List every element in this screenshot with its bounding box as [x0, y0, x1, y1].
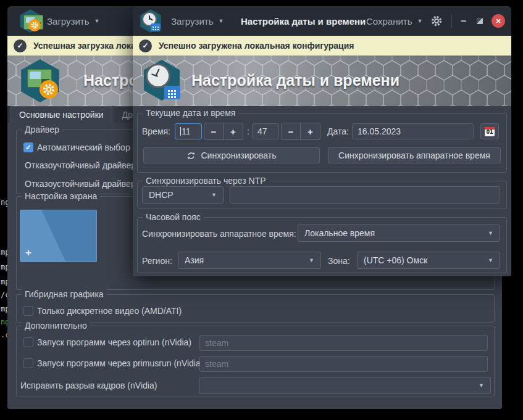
calendar-badge-icon — [164, 86, 180, 99]
minutes-decrement-button[interactable]: − — [281, 123, 301, 140]
hybrid-group-title: Гибридная графика — [22, 289, 107, 299]
minimize-button[interactable]: – — [461, 15, 466, 27]
sync-button-label: Синхронизировать — [201, 150, 276, 160]
region-dropdown[interactable]: Азия ▼ — [178, 252, 321, 269]
titlebar: Загрузить ▼ Настройка даты и времени Сох… — [133, 6, 511, 36]
zone-dropdown[interactable]: (UTC +06) Омск ▼ — [357, 252, 500, 269]
window-header: Настройка даты и времени — [133, 56, 511, 106]
sync-icon — [186, 151, 196, 160]
notification-text: Успешная загрузка лока — [33, 41, 136, 51]
success-icon: ✓ — [139, 39, 152, 52]
gear-badge-icon — [40, 80, 58, 99]
current-group-title: Текущие дата и время — [143, 108, 238, 118]
datetime-settings-window: Загрузить ▼ Настройка даты и времени Сох… — [133, 6, 511, 276]
tearing-fix-label: Исправить разрыв кадров (nVidia) — [20, 377, 157, 393]
screen-group-title: Настройка экрана — [22, 191, 100, 201]
auto-driver-label: Автоматический выбор и — [37, 142, 137, 153]
primusrun-placeholder: steam — [205, 359, 228, 369]
current-datetime-group: Текущие дата и время — [137, 113, 507, 173]
close-button[interactable]: ✕ — [492, 14, 505, 28]
zone-label: Зона: — [328, 252, 350, 268]
save-menu-label: Сохранить — [366, 16, 412, 27]
ntp-source-dropdown[interactable]: DHCP ▼ — [142, 186, 224, 204]
chevron-down-icon: ▼ — [479, 383, 484, 389]
hours-input[interactable]: 11 — [175, 123, 202, 139]
monitor-preview[interactable]: + — [20, 210, 97, 262]
notification-bar: ✓ Успешно загружена локальная конфигурац… — [133, 36, 511, 56]
load-menu-label: Загрузить — [47, 16, 90, 27]
tab-main-settings[interactable]: Основные настройки — [10, 106, 112, 123]
gear-icon — [430, 15, 443, 27]
load-menu-label: Загрузить — [171, 16, 214, 27]
hw-clock-mode-value: Локальное время — [304, 228, 375, 238]
driver-header-icon — [19, 59, 62, 102]
extra-group-title: Дополнительно — [22, 321, 90, 331]
fallback-driver-text: Отказоучтойчивый драйвер — [25, 160, 136, 171]
primusrun-checkbox[interactable] — [23, 358, 33, 368]
window-title: Настройка даты и времени — [241, 16, 366, 27]
optirun-command-input[interactable]: steam — [199, 335, 488, 351]
time-label: Время: — [142, 123, 170, 139]
hours-decrement-button[interactable]: − — [204, 123, 224, 140]
calendar-picker-button[interactable]: 01 — [480, 123, 499, 139]
success-icon: ✓ — [14, 39, 27, 52]
time-colon: : — [247, 123, 249, 139]
datetime-app-icon — [139, 9, 162, 33]
load-menu[interactable]: Загрузить ▼ — [171, 16, 224, 27]
optirun-placeholder: steam — [205, 338, 228, 348]
primusrun-command-input[interactable]: steam — [199, 356, 488, 372]
ntp-group-title: Синхронизировать через NTP — [143, 176, 269, 186]
optirun-checkbox[interactable] — [23, 337, 33, 347]
minutes-increment-button[interactable]: + — [301, 123, 320, 140]
chevron-down-icon: ▼ — [94, 19, 100, 24]
optirun-label: Запуск программ через optirun (nVidia) — [37, 337, 191, 348]
chevron-down-icon: ▼ — [309, 258, 314, 263]
notification-text: Успешно загружена локальная конфигурация — [159, 41, 354, 51]
load-menu[interactable]: Загрузить ▼ — [47, 16, 99, 27]
settings-gear-button[interactable] — [430, 15, 443, 27]
sync-hw-button-label: Синхронизировать аппаратное время — [338, 150, 490, 160]
calendar-icon: 01 — [485, 127, 495, 136]
discrete-video-checkbox[interactable] — [23, 306, 33, 316]
tearing-fix-dropdown[interactable]: ▼ — [199, 377, 491, 394]
ntp-server-input[interactable] — [230, 186, 500, 204]
hw-clock-mode-dropdown[interactable]: Локальное время ▼ — [298, 224, 500, 242]
save-menu[interactable]: Сохранить ▼ — [366, 16, 422, 27]
date-input[interactable]: 16.05.2023 — [352, 123, 474, 139]
datetime-settings-content: Текущие дата и время Время: 11 − + : 47 … — [133, 106, 511, 276]
hours-increment-button[interactable]: + — [224, 123, 243, 140]
region-value: Азия — [185, 255, 204, 265]
minutes-input[interactable]: 47 — [252, 123, 279, 139]
text-cursor — [180, 127, 181, 136]
datetime-header-icon — [141, 60, 182, 101]
chevron-down-icon: ▼ — [488, 258, 493, 263]
ntp-source-value: DHCP — [149, 190, 174, 200]
date-label: Дата: — [327, 123, 349, 139]
primusrun-label: Запуск программ через primusrun (nVidia) — [37, 358, 203, 369]
discrete-video-label: Только дискретное видео (AMD/ATI) — [37, 305, 182, 316]
add-monitor-icon: + — [25, 247, 31, 258]
sync-time-button[interactable]: Синхронизировать — [143, 147, 320, 163]
restore-icon[interactable] — [477, 18, 483, 24]
gear-badge-icon — [28, 19, 41, 31]
driver-group-title: Драйвер — [22, 125, 62, 134]
hours-stepper: − + — [204, 123, 243, 140]
driver-app-icon — [19, 9, 42, 33]
chevron-down-icon: ▼ — [488, 231, 493, 236]
header-title: Настройка даты и времени — [191, 72, 400, 89]
auto-driver-checkbox[interactable]: ✓ — [23, 142, 33, 152]
chevron-down-icon: ▼ — [219, 19, 224, 24]
timezone-group-title: Часовой пояс — [143, 212, 204, 222]
minutes-stepper: − + — [281, 123, 320, 140]
close-icon: ✕ — [495, 17, 501, 25]
sync-hardware-time-button[interactable]: Синхронизировать аппаратное время — [328, 147, 501, 163]
zone-value: (UTC +06) Омск — [364, 255, 427, 265]
chevron-down-icon: ▼ — [417, 19, 423, 24]
hw-clock-mode-label: Синхронизировать аппаратное время: — [142, 225, 296, 241]
calendar-badge-icon — [151, 23, 161, 31]
clock-icon — [146, 64, 170, 88]
region-label: Регион: — [142, 252, 172, 268]
titlebar-separator — [451, 14, 452, 28]
fallback-driver-text: Отказоустойчивый драйвер — [25, 178, 136, 189]
chevron-down-icon: ▼ — [211, 192, 217, 198]
